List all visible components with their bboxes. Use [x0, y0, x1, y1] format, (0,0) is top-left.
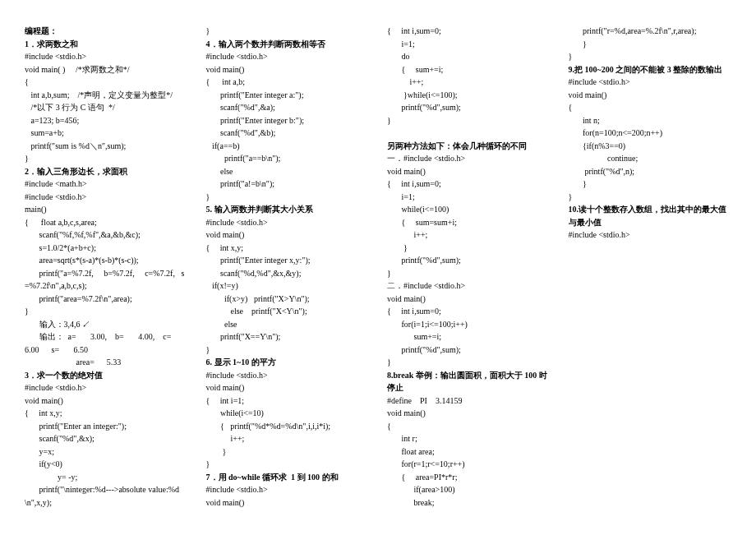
code-line: void main() [569, 89, 732, 102]
code-line: if(a==b) [206, 140, 370, 153]
code-line: } [25, 152, 188, 165]
code-line: s=1.0/2*(a+b+c); [25, 242, 188, 255]
code-line: } [25, 305, 188, 318]
heading-line: 另两种方法如下：体会几种循环的不同 [387, 140, 551, 153]
code-line: void main() [387, 165, 551, 178]
code-line: { int i,sum=0; [387, 305, 551, 318]
code-line: printf("a=%7.2f, b=%7.2f, c=%7.2f, s=%7.… [25, 267, 188, 293]
code-line: #include <stdio.h> [206, 50, 370, 63]
code-line: { int a,b; [206, 76, 370, 89]
code-line: 一．#include <stdio.h> [387, 152, 551, 165]
code-line: printf("Enter integer a:"); [206, 89, 370, 102]
code-line: { sum=sum+i; [387, 216, 551, 229]
code-line: } [206, 191, 370, 204]
document-page: 编程题：1．求两数之和#include <stdio.h>void main( … [25, 25, 731, 510]
code-line: printf("a==b\n"); [206, 152, 370, 165]
code-line: }while(i<=100); [387, 89, 551, 102]
heading-line: 2．输入三角形边长，求面积 [25, 165, 188, 178]
code-line: scanf("%d",&x); [25, 432, 188, 445]
heading-line: 8.break 举例：输出圆面积，面积大于 100 时停止 [387, 369, 551, 394]
code-line: y=x; [25, 445, 188, 459]
heading-line: 1．求两数之和 [25, 38, 188, 51]
code-line: while(i<=100) [387, 203, 551, 216]
code-line: printf("%d",n); [569, 165, 732, 178]
code-line: } [206, 25, 370, 38]
code-line: for(n=100;n<=200;n++) [569, 127, 732, 140]
code-line: scanf("%d",&a); [206, 101, 370, 114]
code-line: else [206, 165, 370, 178]
code-line: /*以下 3 行为 C 语句 */ [25, 101, 188, 114]
code-line: { int i,sum=0; [387, 178, 551, 191]
code-line: void main() [206, 381, 370, 394]
code-line: {if(n%3==0) [569, 140, 732, 153]
code-line: scanf("%f,%f,%f",&a,&b,&c); [25, 228, 188, 242]
code-line: printf("X==Y\n"); [206, 330, 370, 344]
code-line: if(x!=y) [206, 279, 370, 293]
code-line: float area; [387, 445, 551, 459]
code-line: i=1; [387, 38, 551, 51]
code-line: { [387, 420, 551, 433]
heading-line: 5. 输入两数并判断其大小关系 [206, 203, 370, 216]
code-line: else [206, 318, 370, 331]
code-line: { int x,y; [25, 407, 188, 420]
code-line: 输出： a= 3.00, b= 4.00, c= 6.00 s= 6.50 [25, 330, 188, 356]
code-line: printf(″sum is %d＼n″,sum); [25, 140, 188, 153]
heading-line: 6. 显示 1~10 的平方 [206, 356, 370, 369]
code-line: do [387, 50, 551, 63]
code-line: #define PI 3.14159 [387, 394, 551, 408]
code-line: } [206, 458, 370, 471]
code-line: void main( ) /*求两数之和*/ [25, 63, 188, 76]
code-line: y= -y; [25, 471, 188, 484]
code-line: void main() [206, 228, 370, 242]
code-line: } [569, 50, 732, 63]
code-line: printf("Enter integer b:"); [206, 114, 370, 127]
code-line: else printf("X<Y\n"); [206, 305, 370, 318]
code-line: i++; [206, 432, 370, 445]
code-line: i++; [387, 228, 551, 242]
code-line: void main() [387, 407, 551, 420]
code-line: while(i<=10) [206, 407, 370, 420]
code-line: sum=a+b; [25, 127, 188, 140]
code-line: i=1; [387, 191, 551, 204]
code-line: i++; [387, 76, 551, 89]
code-line: int a,b,sum; /*声明，定义变量为整型*/ [25, 89, 188, 102]
code-line: { printf("%d*%d=%d\n",i,i,i*i); [206, 420, 370, 433]
code-line: printf("%d",sum); [387, 254, 551, 267]
code-line: printf("%d",sum); [387, 344, 551, 357]
code-line: { int i=1; [206, 394, 370, 408]
code-line: #include <stdio.h> [206, 216, 370, 229]
code-line: for(i=1;i<=100;i++) [387, 318, 551, 331]
heading-line: 4．输入两个数并判断两数相等否 [206, 38, 370, 51]
code-line: 输入：3,4,6 ↙ [25, 318, 188, 331]
code-line: int r; [387, 432, 551, 445]
heading-line: 3．求一个数的绝对值 [25, 369, 188, 382]
code-line: { [25, 76, 188, 89]
code-line: if(y<0) [25, 458, 188, 471]
code-line: #include <stdio.h> [206, 483, 370, 496]
code-line: void main() [206, 63, 370, 76]
code-line: continue; [569, 152, 732, 165]
code-line [387, 127, 551, 140]
code-line: } [569, 178, 732, 191]
code-line: printf("Enter an integer:"); [25, 420, 188, 433]
heading-line: 编程题： [25, 25, 188, 38]
code-line: a=123; b=456; [25, 114, 188, 127]
code-line: { sum+=i; [387, 63, 551, 76]
code-line: scanf("%d",&b); [206, 127, 370, 140]
code-line: if(area>100) [387, 483, 551, 496]
code-line: #include <stdio.h> [569, 76, 732, 89]
code-line: { float a,b,c,s,area; [25, 216, 188, 229]
code-line: } [569, 191, 732, 204]
heading-line: 10.读十个整数存入数组，找出其中的最大值与最小值 [569, 203, 732, 228]
code-line: #include <math.h> [25, 178, 188, 191]
code-line: #include <stdio.h> [25, 50, 188, 63]
code-line: #include <stdio.h> [25, 381, 188, 394]
code-line: 二．#include <stdio.h> [387, 279, 551, 293]
code-line: printf("\ninteger:%d--->absolute value:%… [25, 483, 188, 509]
code-line: int n; [569, 114, 732, 127]
code-line: } [206, 445, 370, 459]
heading-line: 9.把 100~200 之间的不能被 3 整除的数输出 [569, 63, 732, 76]
code-line: void main() [25, 394, 188, 408]
code-line: { area=PI*r*r; [387, 471, 551, 484]
code-line: { int i,sum=0; [387, 25, 551, 38]
